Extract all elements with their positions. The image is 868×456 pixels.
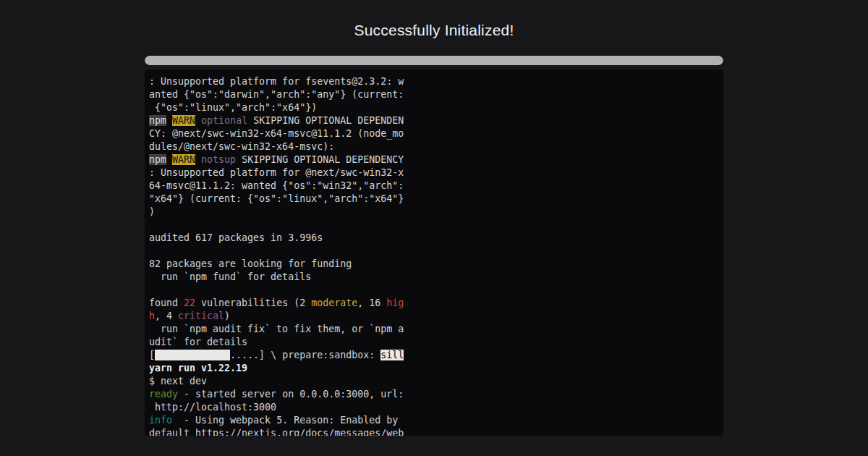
terminal-line: {"os":"linux","arch":"x64"}) (149, 101, 719, 114)
terminal-line (149, 219, 719, 232)
terminal-output: : Unsupported platform for fsevents@2.3.… (149, 75, 719, 436)
terminal-text-segment: audited 617 packages in 3.996s (149, 232, 323, 243)
terminal-text-segment: critical (178, 311, 224, 321)
progress-bar (145, 56, 723, 65)
terminal-line: npm WARN optional SKIPPING OPTIONAL DEPE… (149, 114, 719, 127)
terminal-line: http://localhost:3000 (149, 401, 719, 414)
app-window: Successfully Initialized! : Unsupported … (0, 0, 868, 456)
terminal-text-segment: CY: @next/swc-win32-x64-msvc@11.1.2 (nod… (149, 128, 404, 139)
terminal-line: ) (149, 206, 719, 219)
terminal-line: "x64"} (current: {"os":"linux","arch":"x… (149, 193, 719, 206)
terminal-line: run `npm audit fix` to fix them, or `npm… (149, 323, 719, 336)
terminal-text-segment: npm (149, 115, 166, 126)
terminal-line (149, 245, 719, 258)
terminal-text-segment: http://localhost:3000 (149, 402, 276, 413)
terminal-text-segment: [ (149, 350, 155, 360)
terminal-line: found 22 vulnerabilities (2 moderate, 16… (149, 297, 719, 310)
terminal-line: ready - started server on 0.0.0.0:3000, … (149, 388, 719, 401)
terminal-text-segment: WARN (172, 115, 195, 126)
terminal-line: : Unsupported platform for fsevents@2.3.… (149, 75, 719, 88)
terminal-line: 82 packages are looking for funding (149, 258, 719, 271)
terminal-line: info - Using webpack 5. Reason: Enabled … (149, 414, 719, 427)
terminal-line: audited 617 packages in 3.996s (149, 232, 719, 245)
progress-bar-fill (145, 56, 723, 65)
terminal-text-segment: yarn run v1.22.19 (149, 363, 247, 373)
terminal-text-segment: , 4 (155, 311, 178, 321)
terminal-text-segment: info (149, 415, 172, 426)
terminal-text-segment (166, 115, 172, 126)
terminal-text-segment: vulnerabilities (2 (195, 297, 311, 308)
terminal-line: $ next dev (149, 375, 719, 388)
terminal-text-segment: npm (149, 154, 166, 165)
terminal-text-segment (166, 154, 172, 165)
terminal-line: h, 4 critical) (149, 310, 719, 323)
terminal-text-segment: notsup (201, 154, 236, 165)
terminal-text-segment: h (149, 311, 155, 321)
terminal-line: dules/@next/swc-win32-x64-msvc): (149, 140, 719, 153)
terminal-text-segment: 82 packages are looking for funding (149, 258, 352, 269)
terminal-text-segment: found (149, 297, 184, 308)
terminal-text-segment: hig (386, 297, 404, 308)
terminal-text-segment: ready (149, 389, 178, 400)
terminal-text-segment: - started server on 0.0.0.0:3000, url: (178, 389, 404, 400)
terminal-text-segment: SKIPPING OPTIONAL DEPENDEN (247, 115, 404, 126)
terminal-line: npm WARN notsup SKIPPING OPTIONAL DEPEND… (149, 153, 719, 166)
terminal-text-segment: SKIPPING OPTIONAL DEPENDENCY (236, 154, 404, 165)
terminal-text-segment: $ next dev (149, 376, 207, 387)
terminal-text-segment: WARN (172, 154, 195, 165)
page-title: Successfully Initialized! (0, 22, 868, 39)
terminal-text-segment: sill (380, 350, 404, 360)
terminal-text-segment: optional (201, 115, 247, 126)
terminal-line: run `npm fund` for details (149, 271, 719, 284)
terminal-text-segment: , 16 (357, 297, 386, 308)
terminal-text-segment: run `npm audit fix` to fix them, or `npm… (149, 324, 404, 334)
terminal-line: : Unsupported platform for @next/swc-win… (149, 166, 719, 180)
terminal-line: yarn run v1.22.19 (149, 362, 719, 375)
terminal-panel: : Unsupported platform for fsevents@2.3.… (145, 69, 723, 436)
terminal-text-segment (195, 154, 201, 165)
terminal-line (149, 284, 719, 297)
terminal-line: [ .....] \ prepare:sandbox: sill (149, 349, 719, 362)
terminal-text-segment: : Unsupported platform for @next/swc-win… (149, 167, 404, 178)
terminal-text-segment: run `npm fund` for details (149, 271, 311, 282)
terminal-text-segment: - Using webpack 5. Reason: Enabled by (172, 415, 398, 426)
terminal-text-segment: : Unsupported platform for fsevents@2.3.… (149, 76, 404, 87)
terminal-text-segment: anted {"os":"darwin","arch":"any"} (curr… (149, 89, 404, 100)
terminal-text-segment: {"os":"linux","arch":"x64"}) (149, 102, 317, 113)
terminal-text-segment (155, 350, 230, 360)
terminal-line: 64-msvc@11.1.2: wanted {"os":"win32","ar… (149, 180, 719, 193)
terminal-text-segment: default https://nextjs.org/docs/messages… (149, 428, 404, 436)
terminal-line: CY: @next/swc-win32-x64-msvc@11.1.2 (nod… (149, 127, 719, 140)
terminal-line: anted {"os":"darwin","arch":"any"} (curr… (149, 88, 719, 101)
terminal-text-segment: ) (149, 206, 155, 217)
terminal-text-segment: udit` for details (149, 337, 247, 347)
terminal-text-segment (195, 115, 201, 126)
terminal-text-segment: 22 (184, 297, 195, 308)
terminal-line: default https://nextjs.org/docs/messages… (149, 427, 719, 436)
terminal-line: udit` for details (149, 336, 719, 349)
terminal-text-segment: ) (224, 311, 230, 321)
terminal-text-segment: 64-msvc@11.1.2: wanted {"os":"win32","ar… (149, 180, 404, 191)
terminal-text-segment: "x64"} (current: {"os":"linux","arch":"x… (149, 193, 404, 204)
terminal-text-segment: moderate (311, 297, 357, 308)
terminal-text-segment: dules/@next/swc-win32-x64-msvc): (149, 141, 334, 152)
terminal-text-segment: .....] \ prepare:sandbox: (230, 350, 380, 360)
